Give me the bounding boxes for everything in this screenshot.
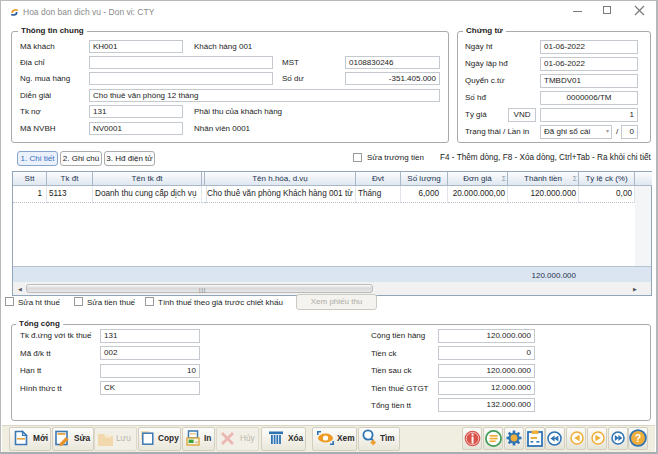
svg-text:?: ? (635, 432, 641, 444)
